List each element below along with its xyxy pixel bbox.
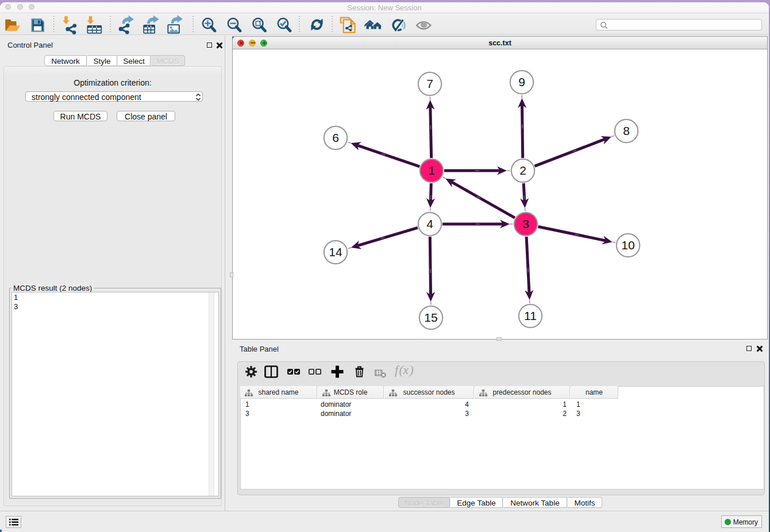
svg-text:7: 7: [426, 77, 433, 90]
svg-text:11: 11: [524, 309, 537, 322]
svg-text:9: 9: [518, 75, 525, 88]
svg-text:6: 6: [332, 131, 339, 144]
svg-text:15: 15: [424, 311, 437, 324]
svg-text:14: 14: [329, 245, 342, 259]
svg-text:8: 8: [623, 124, 630, 137]
svg-text:4: 4: [426, 217, 433, 230]
svg-text:3: 3: [522, 217, 529, 230]
svg-text:10: 10: [621, 238, 634, 252]
svg-text:2: 2: [519, 164, 526, 177]
svg-text:1: 1: [428, 164, 435, 177]
